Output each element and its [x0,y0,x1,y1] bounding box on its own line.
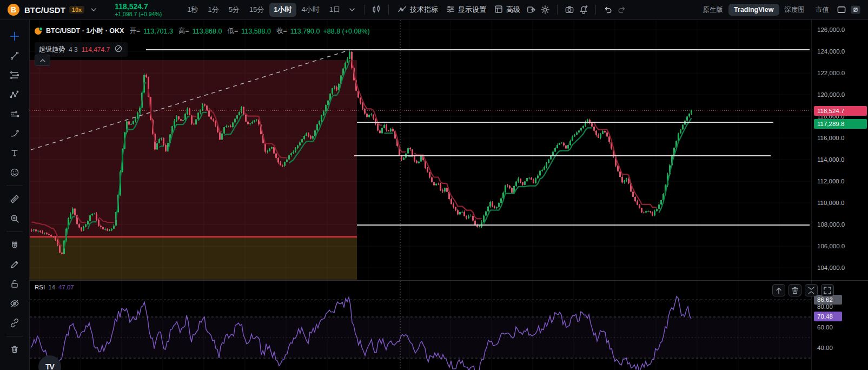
toolbar-divider [364,5,365,15]
symbol-title: BTC/USDT [24,5,65,15]
price-axis[interactable]: 126,000.0124,000.0122,000.0120,000.0118,… [811,20,868,280]
toolbar-separator [6,186,23,186]
save-layout-icon[interactable] [524,3,538,17]
fullscreen-icon[interactable] [849,3,863,17]
timeframe-5分[interactable]: 5分 [224,3,244,17]
supertrend-name: 超级趋势 [39,45,65,54]
bar-change: +88.8 (+0.08%) [323,28,369,35]
link-icon[interactable] [4,313,25,333]
last-price: 118,524.7 [115,2,162,11]
drawing-mode-icon[interactable] [4,255,25,274]
ruler-icon[interactable] [4,189,25,209]
view-tabs: 原生版TradingView深度图市值 [698,3,834,17]
advanced-label: 高级 [506,5,520,15]
display-settings-label: 显示设置 [458,5,486,15]
fib-retracement-icon[interactable] [4,65,25,85]
settings-gear-icon[interactable] [538,3,552,17]
toolbar-divider [557,5,558,15]
window-layout-icon[interactable] [834,3,849,17]
timeframe-1小时[interactable]: 1小时 [269,3,296,17]
leverage-badge: 10x [69,6,84,14]
open-label: 开= [129,27,140,36]
top-toolbar: B BTC/USDT 10x 118,524.7 +1,098.7 (+0.94… [0,0,868,20]
magnet-icon[interactable] [4,235,25,255]
timeframe-4小时[interactable]: 4小时 [297,3,324,17]
price-tick: 120,000.0 [817,91,845,98]
redo-icon[interactable] [615,3,629,17]
indicators-button[interactable]: 技术指标 [394,2,442,18]
timeframe-1分[interactable]: 1分 [203,3,223,17]
long-position-icon[interactable] [4,104,25,124]
rsi-pane[interactable]: 80.0060.0040.0086.6270.48 RSI 14 47.07 T… [30,280,868,370]
price-tick: 108,000.0 [817,221,845,228]
view-tab-原生版[interactable]: 原生版 [698,3,729,17]
display-settings-icon [446,4,455,16]
rsi-pane-buttons [772,284,834,296]
symbol-chevron-down-icon[interactable] [87,3,101,17]
timeframe-group: 1秒1分5分15分1小时4小时1日 [182,3,345,17]
price-tick: 116,000.0 [817,135,844,141]
collapse-pane-button[interactable] [35,55,50,66]
text-icon[interactable] [4,143,25,163]
rsi-drawn-level-badge: 86.62 [814,295,842,305]
hide-indicator-icon[interactable] [114,44,123,55]
toolbar-divider [388,5,389,15]
low-value: 113,588.0 [241,28,271,35]
rsi-value-badge: 70.48 [814,312,842,321]
green-price-badge: 117,289.8 [814,119,867,129]
advanced-button[interactable]: 高级 [490,2,524,18]
hide-drawings-icon[interactable] [4,294,25,313]
price-pane[interactable]: 126,000.0124,000.0122,000.0120,000.0118,… [30,20,868,280]
rsi-chart[interactable] [30,281,811,370]
display-settings-button[interactable]: 显示设置 [442,2,490,18]
price-tick: 126,000.0 [817,27,845,33]
toolbar-divider [595,5,596,15]
close-value: 113,790.0 [290,28,320,35]
price-tick: 112,000.0 [817,178,844,184]
zoom-in-icon[interactable] [4,209,25,228]
advanced-icon [494,4,503,16]
toolbar-separator [6,232,23,232]
view-tab-深度图[interactable]: 深度图 [779,3,811,17]
price-tick: 110,000.0 [817,200,844,206]
rsi-name: RSI [35,284,45,290]
price-tick: 122,000.0 [817,70,845,76]
timeframe-chevron-down-icon[interactable] [345,3,359,17]
rsi-legend: RSI 14 47.07 [35,284,74,290]
indicators-label: 技术指标 [410,5,438,15]
brush-icon[interactable] [4,124,25,143]
trend-line-icon[interactable] [4,46,25,65]
view-tab-市值[interactable]: 市值 [810,3,834,17]
timeframe-1日[interactable]: 1日 [325,3,344,17]
alert-bell-plus-icon[interactable] [577,3,591,17]
okx-coin-icon [35,27,43,35]
price-change: +1,098.7 (+0.94%) [115,11,162,17]
toolbar-separator [6,336,23,336]
move-pane-up-button[interactable] [772,284,785,296]
price-tick: 106,000.0 [817,243,845,249]
price-chart[interactable] [30,20,811,280]
trading-app: B BTC/USDT 10x 118,524.7 +1,098.7 (+0.94… [0,0,868,370]
undo-icon[interactable] [601,3,615,17]
chart-type-candles-icon[interactable] [369,3,383,17]
xabcd-pattern-icon[interactable] [4,85,25,104]
price-tick: 104,000.0 [817,265,845,271]
minimize-pane-button[interactable] [805,284,818,296]
lock-open-icon[interactable] [4,274,25,294]
timeframe-15分[interactable]: 15分 [245,3,268,17]
emoji-icon[interactable] [4,163,25,182]
open-value: 113,701.3 [143,28,173,35]
price-block: 118,524.7 +1,098.7 (+0.94%) [115,2,162,17]
price-tick: 124,000.0 [817,48,845,55]
supertrend-params: 4 3 [69,46,78,54]
camera-snapshot-icon[interactable] [562,3,577,17]
trash-icon[interactable] [4,340,25,359]
high-value: 113,868.0 [193,28,222,35]
crosshair-icon[interactable] [4,27,25,46]
delete-pane-button[interactable] [789,284,801,296]
bitcoin-logo-icon: B [8,4,19,16]
timeframe-1秒[interactable]: 1秒 [183,3,202,17]
legend-title: BTC/USDT · 1小时 · OKX [46,27,124,36]
maximize-pane-button[interactable] [821,284,834,296]
view-tab-TradingView[interactable]: TradingView [728,4,779,16]
